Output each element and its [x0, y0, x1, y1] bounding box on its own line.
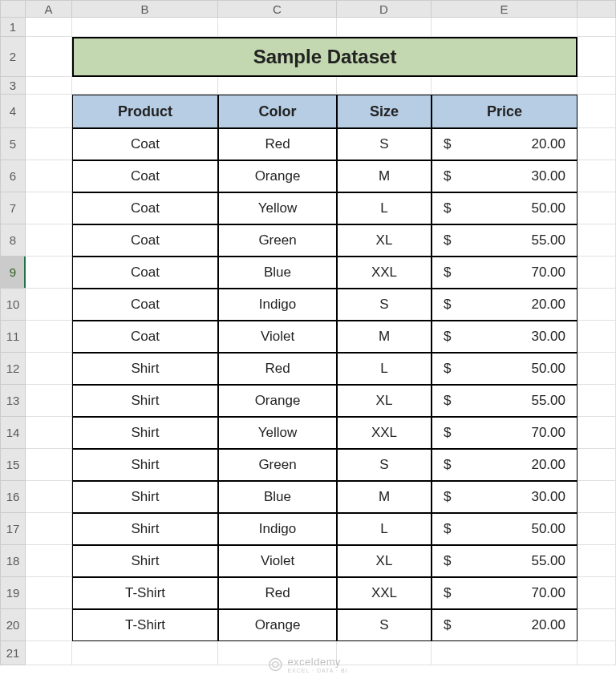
- col-header-B[interactable]: B: [72, 0, 218, 18]
- header-color[interactable]: Color: [218, 95, 337, 128]
- row-header-21[interactable]: 21: [0, 641, 26, 665]
- cell-F10[interactable]: [578, 289, 616, 321]
- cell-size[interactable]: XL: [337, 224, 432, 257]
- cell-F7[interactable]: [578, 192, 616, 224]
- cell-price[interactable]: $55.00: [432, 385, 578, 417]
- cell-F15[interactable]: [578, 449, 616, 481]
- cell-A16[interactable]: [26, 481, 72, 513]
- cell-A7[interactable]: [26, 192, 72, 224]
- cell-product[interactable]: Coat: [72, 321, 218, 353]
- cell-F21[interactable]: [578, 641, 616, 665]
- cell-F1[interactable]: [578, 18, 616, 37]
- header-size[interactable]: Size: [337, 95, 432, 128]
- cell-product[interactable]: Coat: [72, 160, 218, 192]
- cell-F16[interactable]: [578, 481, 616, 513]
- cell-A1[interactable]: [26, 18, 72, 37]
- cell-price[interactable]: $20.00: [432, 609, 578, 641]
- cell-F20[interactable]: [578, 609, 616, 641]
- cell-A3[interactable]: [26, 77, 72, 95]
- cell-A20[interactable]: [26, 609, 72, 641]
- select-all-corner[interactable]: [0, 0, 26, 18]
- cell-D3[interactable]: [337, 77, 432, 95]
- row-header-19[interactable]: 19: [0, 577, 26, 609]
- cell-size[interactable]: M: [337, 160, 432, 192]
- cell-product[interactable]: Shirt: [72, 449, 218, 481]
- row-header-3[interactable]: 3: [0, 77, 26, 95]
- cell-size[interactable]: L: [337, 513, 432, 545]
- cell-F18[interactable]: [578, 545, 616, 577]
- cell-A10[interactable]: [26, 289, 72, 321]
- cell-A9[interactable]: [26, 257, 72, 289]
- cell-product[interactable]: Shirt: [72, 353, 218, 385]
- cell-color[interactable]: Red: [218, 128, 337, 160]
- cell-A5[interactable]: [26, 128, 72, 160]
- cell-A4[interactable]: [26, 95, 72, 128]
- cell-price[interactable]: $20.00: [432, 289, 578, 321]
- cell-color[interactable]: Indigo: [218, 513, 337, 545]
- cell-color[interactable]: Violet: [218, 545, 337, 577]
- cell-product[interactable]: Coat: [72, 224, 218, 257]
- cell-size[interactable]: S: [337, 128, 432, 160]
- cell-C1[interactable]: [218, 18, 337, 37]
- cell-color[interactable]: Orange: [218, 609, 337, 641]
- row-header-1[interactable]: 1: [0, 18, 26, 37]
- cell-price[interactable]: $30.00: [432, 481, 578, 513]
- cell-B3[interactable]: [72, 77, 218, 95]
- row-header-4[interactable]: 4: [0, 95, 26, 128]
- cell-F13[interactable]: [578, 385, 616, 417]
- cell-price[interactable]: $50.00: [432, 192, 578, 224]
- title-cell[interactable]: Sample Dataset: [72, 37, 578, 77]
- cell-B1[interactable]: [72, 18, 218, 37]
- cell-price[interactable]: $30.00: [432, 160, 578, 192]
- col-header-A[interactable]: A: [26, 0, 72, 18]
- cell-A14[interactable]: [26, 417, 72, 449]
- cell-product[interactable]: Shirt: [72, 417, 218, 449]
- row-header-16[interactable]: 16: [0, 481, 26, 513]
- row-header-7[interactable]: 7: [0, 192, 26, 224]
- row-header-8[interactable]: 8: [0, 224, 26, 257]
- cell-product[interactable]: T-Shirt: [72, 577, 218, 609]
- cell-A6[interactable]: [26, 160, 72, 192]
- cell-size[interactable]: L: [337, 192, 432, 224]
- cell-A13[interactable]: [26, 385, 72, 417]
- cell-A15[interactable]: [26, 449, 72, 481]
- cell-F14[interactable]: [578, 417, 616, 449]
- cell-B21[interactable]: [72, 641, 218, 665]
- col-header-C[interactable]: C: [218, 0, 337, 18]
- row-header-10[interactable]: 10: [0, 289, 26, 321]
- cell-F4[interactable]: [578, 95, 616, 128]
- cell-color[interactable]: Blue: [218, 257, 337, 289]
- cell-E1[interactable]: [432, 18, 578, 37]
- cell-F3[interactable]: [578, 77, 616, 95]
- cell-F8[interactable]: [578, 224, 616, 257]
- cell-price[interactable]: $50.00: [432, 513, 578, 545]
- cell-color[interactable]: Orange: [218, 385, 337, 417]
- cell-size[interactable]: XXL: [337, 577, 432, 609]
- row-header-2[interactable]: 2: [0, 37, 26, 77]
- cell-A8[interactable]: [26, 224, 72, 257]
- cell-F12[interactable]: [578, 353, 616, 385]
- cell-price[interactable]: $20.00: [432, 128, 578, 160]
- cell-color[interactable]: Red: [218, 353, 337, 385]
- cell-A17[interactable]: [26, 513, 72, 545]
- cell-F6[interactable]: [578, 160, 616, 192]
- cell-product[interactable]: Shirt: [72, 513, 218, 545]
- header-product[interactable]: Product: [72, 95, 218, 128]
- row-header-14[interactable]: 14: [0, 417, 26, 449]
- cell-F9[interactable]: [578, 257, 616, 289]
- row-header-9[interactable]: 9: [0, 257, 26, 289]
- cell-size[interactable]: XL: [337, 385, 432, 417]
- cell-product[interactable]: Coat: [72, 128, 218, 160]
- row-header-17[interactable]: 17: [0, 513, 26, 545]
- cell-price[interactable]: $70.00: [432, 257, 578, 289]
- row-header-15[interactable]: 15: [0, 449, 26, 481]
- cell-size[interactable]: M: [337, 481, 432, 513]
- cell-F2[interactable]: [578, 37, 616, 77]
- cell-size[interactable]: S: [337, 289, 432, 321]
- col-header-extra[interactable]: [578, 0, 616, 18]
- row-header-20[interactable]: 20: [0, 609, 26, 641]
- cell-color[interactable]: Green: [218, 224, 337, 257]
- cell-price[interactable]: $70.00: [432, 577, 578, 609]
- cell-F17[interactable]: [578, 513, 616, 545]
- cell-price[interactable]: $55.00: [432, 224, 578, 257]
